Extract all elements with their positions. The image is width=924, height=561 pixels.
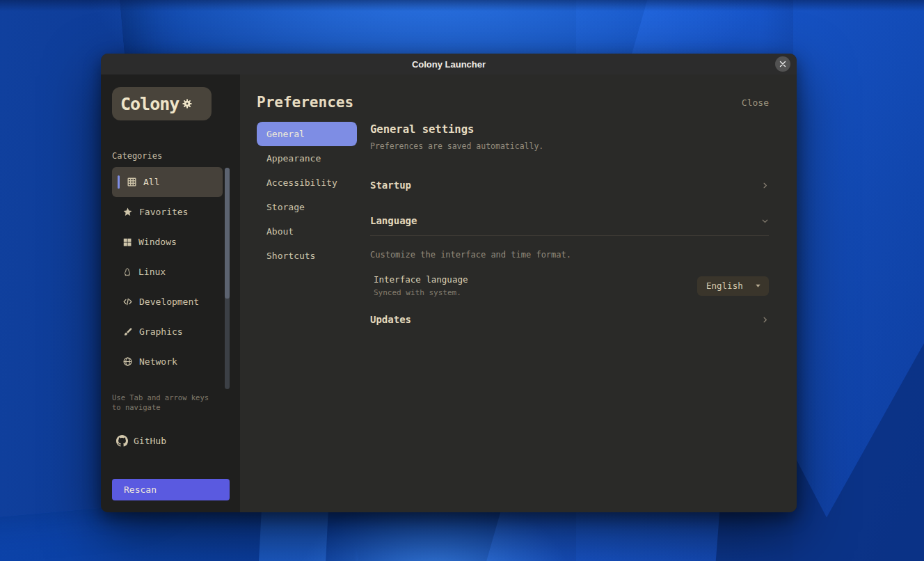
section-updates[interactable]: Updates <box>370 306 769 333</box>
close-icon <box>779 61 786 68</box>
grid-icon <box>127 177 137 187</box>
setting-hint: Synced with system. <box>374 288 468 297</box>
categories-scrollbar[interactable] <box>225 168 230 389</box>
sidebar-item-label: Development <box>139 297 199 307</box>
brush-icon <box>122 326 133 337</box>
tab-general[interactable]: General <box>257 122 357 146</box>
chevron-down-icon <box>761 217 769 225</box>
window-close-button[interactable] <box>775 56 790 72</box>
dropdown-selected-value: English <box>706 280 743 291</box>
sidebar-item-development[interactable]: Development <box>112 287 223 317</box>
globe-icon <box>122 356 133 367</box>
section-label: Startup <box>370 180 411 191</box>
sidebar: Colony Categories <box>101 74 240 512</box>
panel-subheading: Preferences are saved automatically. <box>370 141 769 151</box>
tab-about[interactable]: About <box>257 219 357 244</box>
sidebar-item-network[interactable]: Network <box>112 347 223 377</box>
section-label: Updates <box>370 314 411 325</box>
section-divider <box>370 235 769 236</box>
github-label: GitHub <box>134 436 166 446</box>
sidebar-item-label: Favorites <box>139 207 188 217</box>
sidebar-item-favorites[interactable]: Favorites <box>112 197 223 227</box>
sidebar-item-label: Linux <box>138 267 166 277</box>
code-icon <box>122 297 133 307</box>
general-settings-panel: General settings Preferences are saved a… <box>370 122 769 333</box>
preferences-tabs: General Appearance Accessibility Storage… <box>257 122 357 333</box>
scrollbar-thumb[interactable] <box>225 168 230 299</box>
section-language[interactable]: Language <box>370 207 769 235</box>
preferences-close-button[interactable]: Close <box>742 97 769 108</box>
sidebar-item-graphics[interactable]: Graphics <box>112 317 223 347</box>
chevron-right-icon <box>761 182 769 189</box>
tab-accessibility[interactable]: Accessibility <box>257 171 357 195</box>
sidebar-item-all[interactable]: All <box>112 167 223 197</box>
sidebar-item-linux[interactable]: Linux <box>112 257 223 287</box>
section-label: Language <box>370 215 417 226</box>
setting-label: Interface language <box>374 274 468 285</box>
github-link[interactable]: GitHub <box>112 435 230 447</box>
tab-storage[interactable]: Storage <box>257 195 357 219</box>
sidebar-item-windows[interactable]: Windows <box>112 227 223 257</box>
categories-list: All Favorites <box>112 167 230 377</box>
section-startup[interactable]: Startup <box>370 171 769 199</box>
sidebar-item-label: Network <box>139 356 177 367</box>
linux-icon <box>122 267 132 277</box>
chevron-right-icon <box>761 316 769 324</box>
wallpaper-shape <box>0 0 924 11</box>
sidebar-item-label: Windows <box>138 237 177 247</box>
app-logo-text: Colony <box>120 94 179 114</box>
star-icon <box>122 207 133 217</box>
sidebar-item-label: Graphics <box>139 326 183 337</box>
rescan-button[interactable]: Rescan <box>112 479 230 500</box>
sidebar-item-label: All <box>143 177 159 187</box>
tab-shortcuts[interactable]: Shortcuts <box>257 244 357 268</box>
windows-icon <box>122 237 132 247</box>
interface-language-dropdown[interactable]: English <box>697 276 769 296</box>
categories-heading: Categories <box>112 151 230 161</box>
gear-icon <box>182 99 192 109</box>
language-description: Customize the interface and time format. <box>370 250 769 260</box>
caret-down-icon <box>754 282 762 290</box>
panel-heading: General settings <box>370 123 769 136</box>
interface-language-setting: Interface language Synced with system. E… <box>370 274 769 297</box>
window-title: Colony Launcher <box>412 59 486 70</box>
tab-appearance[interactable]: Appearance <box>257 146 357 171</box>
page-title: Preferences <box>257 94 353 111</box>
github-icon <box>116 435 128 447</box>
selected-accent-bar <box>118 175 120 189</box>
keyboard-hint: Use Tab and arrow keys to navigate <box>112 393 220 412</box>
titlebar[interactable]: Colony Launcher <box>101 54 797 74</box>
colony-launcher-window: Colony Launcher Colony <box>101 54 797 512</box>
preferences-panel: Preferences Close General Appearance Acc… <box>240 74 797 512</box>
app-logo: Colony <box>112 87 212 120</box>
